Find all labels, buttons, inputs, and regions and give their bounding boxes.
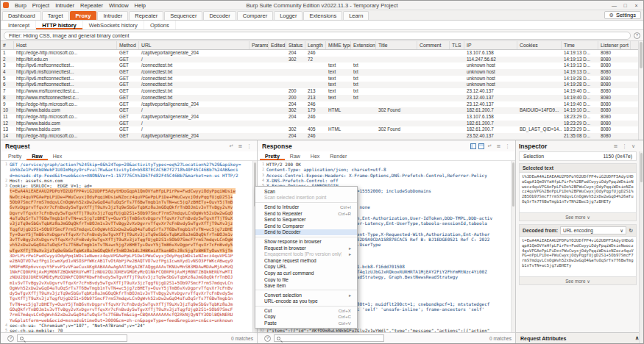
more-icon[interactable]: ⋮ bbox=[246, 143, 252, 149]
inspector-scrollbar[interactable] bbox=[639, 151, 643, 343]
wrap-icon[interactable]: ↵ bbox=[228, 143, 235, 149]
table-row[interactable]: 7http://www.msftconnecttest.c...GET/conn… bbox=[1, 88, 643, 95]
context-menu-item-request-in-browser[interactable]: Request in browser▸ bbox=[255, 245, 357, 251]
request-editor[interactable]: 1GET /service/graph/action?%24Skip=0&%24… bbox=[1, 161, 257, 332]
tab-comparer[interactable]: Comparer bbox=[237, 11, 273, 20]
layout-vertical-icon[interactable] bbox=[478, 143, 484, 149]
context-menu-item-convert-selection[interactable]: Convert selection▸ bbox=[255, 292, 357, 298]
maximize-icon[interactable]: □ bbox=[620, 1, 630, 9]
menu-icon[interactable]: ≡ bbox=[495, 143, 502, 149]
context-menu-item-copy-url[interactable]: Copy URL bbox=[255, 264, 357, 270]
tab-extensions[interactable]: Extensions bbox=[303, 11, 342, 20]
layout-horizontal-icon[interactable] bbox=[470, 143, 476, 149]
tab-decoder[interactable]: Decoder bbox=[203, 11, 236, 20]
settings-button[interactable]: ⚙ Settings bbox=[604, 11, 641, 19]
column-header-edited[interactable]: Edited bbox=[269, 41, 286, 49]
help-icon[interactable]: ? bbox=[264, 335, 271, 342]
table-scrollbar[interactable] bbox=[638, 41, 643, 140]
wrap-icon[interactable]: ↵ bbox=[486, 143, 493, 149]
column-header-status[interactable]: Status bbox=[286, 41, 305, 49]
table-row[interactable]: 5http://ipv6.msftconnecttest...GET/conne… bbox=[1, 76, 643, 82]
table-row[interactable]: 10http://www.baidu.comGET/302179HTML302 … bbox=[1, 107, 643, 114]
context-menu-item-change-request-method[interactable]: Change request method bbox=[255, 257, 357, 264]
request-tab-hex[interactable]: Hex bbox=[48, 151, 67, 160]
response-tab-render[interactable]: Render bbox=[325, 151, 352, 160]
column-header-mime-type[interactable]: MIME type bbox=[326, 41, 351, 49]
table-row[interactable]: 4http://ipv6.msftconnecttest...GET/conne… bbox=[1, 69, 643, 76]
request-attributes-section[interactable]: Request Attributes ∧ bbox=[516, 332, 643, 343]
menu-icon[interactable]: ≡ bbox=[237, 143, 244, 149]
response-tab-raw[interactable]: Raw bbox=[285, 151, 305, 160]
subtab-options[interactable]: Options bbox=[144, 21, 176, 29]
table-row[interactable]: 11http://edge-http.microsoft.co...GET/ca… bbox=[1, 114, 643, 121]
refresh-icon[interactable]: ↻ bbox=[629, 228, 633, 234]
subtab-http-history[interactable]: HTTP history bbox=[36, 21, 83, 29]
filter-box[interactable]: Filter: Hiding CSS, image and general bi… bbox=[4, 32, 631, 40]
column-header-host[interactable]: Host bbox=[14, 41, 117, 49]
minimize-icon[interactable]: — bbox=[609, 1, 619, 9]
menu-repeater[interactable]: Repeater bbox=[77, 2, 106, 9]
menu-project[interactable]: Project bbox=[29, 2, 52, 9]
column-header-url[interactable]: URL bbox=[139, 41, 250, 49]
column-header-cookies[interactable]: Cookies bbox=[517, 41, 562, 49]
more-icon[interactable]: ⋮ bbox=[621, 143, 628, 149]
response-tab-hex[interactable]: Hex bbox=[305, 151, 325, 160]
column-header-time[interactable]: Time bbox=[562, 41, 598, 49]
column-header-method[interactable]: Method bbox=[117, 41, 139, 49]
column-header-[interactable]: # bbox=[1, 41, 14, 49]
tab-intruder[interactable]: Intruder bbox=[97, 11, 128, 20]
tab-learn[interactable]: Learn bbox=[343, 11, 369, 20]
table-row[interactable]: 14http://edge-http.microsoft.co...GET/ca… bbox=[1, 133, 643, 140]
request-search-input[interactable] bbox=[26, 335, 124, 341]
table-row[interactable]: 6http://ipv6.msftconnecttest...GET/conne… bbox=[1, 82, 643, 88]
help-icon[interactable]: ? bbox=[634, 32, 640, 39]
menu-window[interactable]: Window bbox=[106, 2, 132, 9]
collapse-icon[interactable]: ∨ bbox=[630, 143, 637, 149]
selected-text-box[interactable]: t%3DEwA4AiEAEAAU2PDPoYO2UDfPP4viG2UDPF5A… bbox=[519, 172, 637, 213]
table-row[interactable]: 1http://edge-http.microsoft.co...GET/cap… bbox=[1, 50, 643, 57]
column-header-tls[interactable]: TLS bbox=[450, 41, 464, 49]
context-menu-item-url-encode-as-you-type[interactable]: URL-encode as you type bbox=[255, 298, 357, 305]
request-tab-pretty[interactable]: Pretty bbox=[3, 151, 26, 160]
column-header-comment[interactable]: Comment bbox=[417, 41, 450, 49]
response-tab-pretty[interactable]: Pretty bbox=[260, 151, 285, 160]
response-scrollbar[interactable] bbox=[511, 161, 515, 332]
context-menu-item-scan[interactable]: Scan bbox=[255, 188, 357, 195]
context-menu-item-cut[interactable]: CutCtrl+X bbox=[255, 307, 357, 314]
table-row[interactable]: 8http://www.msftconnecttest.c...GET/conn… bbox=[1, 95, 643, 101]
table-row[interactable]: 12http://www.baidu.comGET/182.61.200.718… bbox=[1, 121, 643, 127]
close-icon[interactable]: × bbox=[631, 1, 641, 9]
column-header-length[interactable]: Length bbox=[305, 41, 326, 49]
context-menu-item-copy-as-curl-command[interactable]: Copy as curl command bbox=[255, 270, 357, 276]
response-scrollbar-thumb[interactable] bbox=[512, 162, 514, 207]
tab-logger[interactable]: Logger bbox=[274, 11, 302, 20]
context-menu-item-show-response-in-browser[interactable]: Show response in browser bbox=[255, 238, 357, 245]
context-menu-item-copy[interactable]: CopyCtrl+C bbox=[255, 314, 357, 320]
context-menu-item-paste[interactable]: PasteCtrl+V bbox=[255, 320, 357, 326]
menu-intruder[interactable]: Intruder bbox=[52, 2, 77, 9]
inspector-scrollbar-thumb[interactable] bbox=[640, 153, 643, 182]
menu-icon[interactable]: ≡ bbox=[612, 143, 619, 149]
menu-burp[interactable]: Burp bbox=[12, 2, 29, 9]
context-menu-item-save-item[interactable]: Save item bbox=[255, 282, 357, 289]
decoded-text-box[interactable]: t=EwA4AiEAEAAU2PDPoYO2UDfPP4viG2UDPF5Ady… bbox=[519, 236, 637, 277]
context-menu-item-send-to-repeater[interactable]: Send to RepeaterCtrl+R bbox=[255, 210, 357, 217]
table-row[interactable]: 9http://edge-http.microsoft.co...GET/cap… bbox=[1, 101, 643, 108]
tab-dashboard[interactable]: Dashboard bbox=[2, 11, 41, 20]
column-header-extension[interactable]: Extension bbox=[351, 41, 376, 49]
context-menu-item-copy-to-file[interactable]: Copy to file bbox=[255, 276, 357, 283]
table-row[interactable]: 2http://bit.edu.cnGET/30272114.247.56.62… bbox=[1, 57, 643, 63]
subtab-intercept[interactable]: Intercept bbox=[2, 21, 36, 29]
tab-repeater[interactable]: Repeater bbox=[129, 11, 163, 20]
subtab-websockets-history[interactable]: WebSockets history bbox=[83, 21, 144, 29]
table-row[interactable]: 3http://ipv6.msftconnecttest...GET/conne… bbox=[1, 62, 643, 69]
selected-text-see-more[interactable]: See more ∨ bbox=[519, 213, 637, 221]
request-tab-raw[interactable]: Raw bbox=[26, 151, 47, 160]
menu-help[interactable]: Help bbox=[132, 2, 149, 9]
more-icon[interactable]: ⋮ bbox=[504, 143, 511, 149]
table-scrollbar-thumb[interactable] bbox=[640, 42, 643, 68]
column-header-params[interactable]: Params bbox=[250, 41, 269, 49]
decoding-select[interactable]: URL encoding ∨ bbox=[560, 226, 626, 234]
context-menu-item-send-to-intruder[interactable]: Send to IntruderCtrl+I bbox=[255, 204, 357, 210]
column-header-listener-port[interactable]: Listener port bbox=[598, 41, 631, 49]
